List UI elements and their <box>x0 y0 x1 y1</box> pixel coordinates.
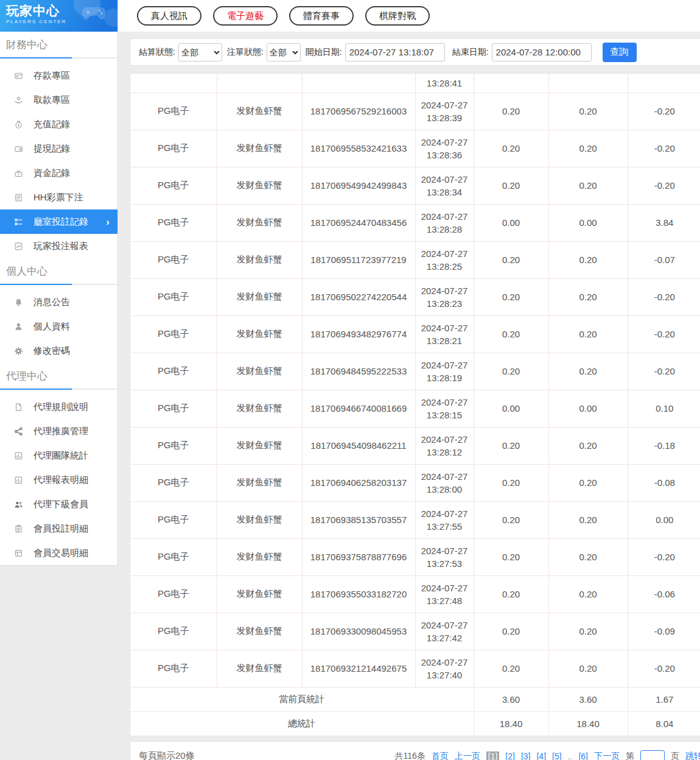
page-number-link[interactable]: [5] <box>552 751 562 760</box>
game-cell: 发财鱼虾蟹 <box>217 167 302 204</box>
order-id-cell: 1817069567529216003 <box>302 93 415 130</box>
page-number-link[interactable]: [2] <box>505 751 515 760</box>
category-tab[interactable]: 電子遊藝 <box>213 6 278 26</box>
member-bets-icon <box>14 524 23 533</box>
members-icon <box>14 500 23 509</box>
page-number-link[interactable]: [4] <box>536 751 546 760</box>
valid-bet-cell: 0.20 <box>548 353 628 390</box>
profit-cell: -0.20 <box>628 650 700 687</box>
order-id-cell <box>302 74 415 93</box>
valid-bet-cell: 0.20 <box>548 427 628 464</box>
platform-cell: PG电子 <box>130 538 217 575</box>
total-count-label: 共116条 <box>394 751 425 760</box>
sidebar-item[interactable]: 代理團隊統計 <box>0 443 117 468</box>
next-page-link[interactable]: 下一页 <box>594 751 620 760</box>
order-status-select[interactable]: 全部 <box>267 43 301 62</box>
platform-cell: PG电子 <box>130 464 217 501</box>
sidebar-item[interactable]: 代理規則說明 <box>0 395 117 419</box>
profit-cell: -0.20 <box>628 130 700 167</box>
sidebar-item-label: 個人資料 <box>33 321 70 332</box>
table-row: PG电子 发财鱼虾蟹 1817069567529216003 2024-07-2… <box>130 93 700 130</box>
sidebar-item[interactable]: 玩家投注報表 <box>0 234 117 258</box>
sidebar-item[interactable]: 充值記錄 <box>0 112 117 136</box>
table-row: PG电子 发财鱼虾蟹 1817069406258203137 2024-07-2… <box>130 464 700 501</box>
rules-doc-icon <box>14 403 23 412</box>
table-row: PG电子 发财鱼虾蟹 1817069355033182720 2024-07-2… <box>130 575 700 613</box>
platform-cell: PG电子 <box>130 204 217 241</box>
sidebar-item[interactable]: 代理推廣管理 <box>0 419 117 443</box>
gamepad-icon <box>80 5 108 21</box>
sidebar-item-label: 取款專區 <box>33 94 70 106</box>
total-summary-label: 總統計 <box>130 711 474 736</box>
sidebar-item[interactable]: 代理下級會員 <box>0 492 117 516</box>
time-cell: 2024-07-2713:27:53 <box>415 538 474 575</box>
profit-cell: -0.20 <box>628 278 700 315</box>
valid-bet-cell: 0.00 <box>548 204 628 241</box>
settle-status-select[interactable]: 全部 <box>178 43 222 62</box>
page-number-link[interactable]: [3] <box>521 751 531 760</box>
end-date-input[interactable] <box>492 43 592 62</box>
platform-cell: PG电子 <box>130 650 217 687</box>
game-cell: 发财鱼虾蟹 <box>217 390 302 427</box>
table-row: PG电子 发财鱼虾蟹 1817069511723977219 2024-07-2… <box>130 241 700 278</box>
section-title: 財務中心 <box>0 38 117 52</box>
first-page-link[interactable]: 首页 <box>432 751 449 760</box>
order-id-cell: 1817069484595222533 <box>302 353 415 390</box>
sidebar-item[interactable]: 取款專區 <box>0 88 117 112</box>
section-divider <box>0 284 117 285</box>
pagination-bar: 每頁顯示20條 共116条 首页 上一页 [1][2][3][4][5]..[6… <box>130 741 700 760</box>
section-title: 代理中心 <box>0 369 117 384</box>
order-id-cell: 1817069355033182720 <box>302 575 415 613</box>
order-id-cell: 1817069385135703557 <box>302 501 415 538</box>
order-id-cell: 1817069454098462211 <box>302 427 415 464</box>
total-summary-profit: 8.04 <box>628 711 700 736</box>
sidebar-item[interactable]: 會員交易明細 <box>0 541 117 565</box>
game-cell: 发财鱼虾蟹 <box>217 93 302 130</box>
sidebar-item[interactable]: 廳室投註記錄› <box>0 209 117 234</box>
sidebar-item[interactable]: 修改密碼 <box>0 339 117 363</box>
game-cell: 发财鱼虾蟹 <box>217 130 302 167</box>
table-row: PG电子 发财鱼虾蟹 1817069466740081669 2024-07-2… <box>130 390 700 427</box>
time-cell: 13:28:41 <box>415 74 474 93</box>
order-id-cell: 1817069321214492675 <box>302 650 415 687</box>
sidebar-item[interactable]: 個人資料 <box>0 314 117 339</box>
page-number-link[interactable]: [6] <box>578 751 588 760</box>
table-row: PG电子 发财鱼虾蟹 1817069484595222533 2024-07-2… <box>130 353 700 390</box>
bet-cell: 0.20 <box>474 613 548 650</box>
table-row: PG电子 发财鱼虾蟹 1817069321214492675 2024-07-2… <box>130 650 700 687</box>
platform-cell: PG电子 <box>130 501 217 538</box>
start-date-input[interactable] <box>345 43 445 62</box>
bet-cell: 0.20 <box>474 464 548 501</box>
platform-cell: PG电子 <box>130 427 217 464</box>
time-cell: 2024-07-2713:27:40 <box>415 650 474 687</box>
table-row: PG电子 发财鱼虾蟹 1817069454098462211 2024-07-2… <box>130 427 700 464</box>
goto-page-button[interactable]: 跳转 <box>685 751 700 760</box>
sidebar-item[interactable]: 會員投註明細 <box>0 516 117 541</box>
section-divider <box>0 389 117 390</box>
game-cell: 发财鱼虾蟹 <box>217 501 302 538</box>
sidebar-item[interactable]: 存款專區 <box>0 63 117 88</box>
category-tab[interactable]: 體育賽事 <box>289 6 354 26</box>
category-tab[interactable]: 真人視訊 <box>137 6 201 26</box>
funds-record-icon <box>14 169 23 178</box>
sidebar-item[interactable]: 代理報表明細 <box>0 468 117 492</box>
table-row: PG电子 发财鱼虾蟹 1817069493482976774 2024-07-2… <box>130 315 700 353</box>
bet-cell: 0.20 <box>474 167 548 204</box>
sidebar-item-label: 代理推廣管理 <box>33 426 88 437</box>
valid-bet-cell <box>548 74 628 93</box>
goto-page-input[interactable] <box>640 750 665 760</box>
search-button[interactable]: 查詢 <box>603 43 637 62</box>
profile-icon <box>14 322 23 331</box>
sidebar-item[interactable]: 消息公告 <box>0 290 117 314</box>
bet-cell: 0.20 <box>474 501 548 538</box>
sidebar-item[interactable]: 提現記錄 <box>0 136 117 161</box>
time-cell: 2024-07-2713:27:48 <box>415 575 474 613</box>
prev-page-link[interactable]: 上一页 <box>455 751 480 760</box>
pagination-controls: 共116条 首页 上一页 [1][2][3][4][5]..[6] 下一页 第 … <box>394 750 700 760</box>
sidebar-item[interactable]: 資金記錄 <box>0 161 117 185</box>
sidebar-item[interactable]: HH彩票下注 <box>0 185 117 209</box>
sidebar-item-label: 代理下級會員 <box>33 499 88 510</box>
category-tab[interactable]: 棋牌對戰 <box>365 6 430 26</box>
order-id-cell: 1817069466740081669 <box>302 390 415 427</box>
profit-cell: -0.07 <box>628 241 700 278</box>
